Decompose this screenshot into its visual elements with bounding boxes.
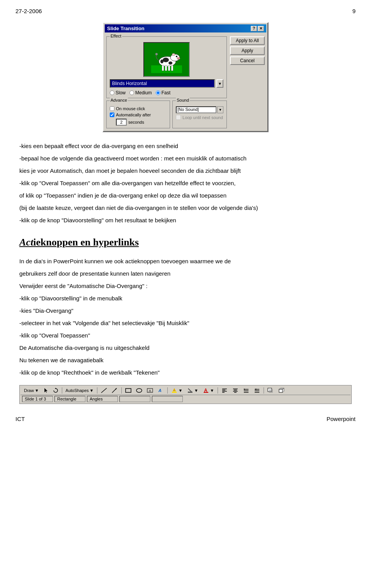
bottom-groups: Advance On mouse click Automatically aft… xyxy=(106,101,227,128)
toolbar-main-row: Draw ▼ AutoShapes ▼ xyxy=(20,386,351,395)
font-color-button[interactable]: A ▼ xyxy=(201,387,216,394)
empty-status-1 xyxy=(119,396,150,402)
section-line-4: -klik op "Diavoorstelling" in de menubal… xyxy=(19,294,352,303)
speed-row: Slow Medium Fast xyxy=(110,90,223,95)
bullet-7: -klik op de knop "Diavoorstelling" om he… xyxy=(19,216,352,225)
svg-point-6 xyxy=(172,53,175,56)
auto-after-label: Automatically after xyxy=(116,112,151,117)
autoshapes-label: AutoShapes xyxy=(66,388,89,393)
loop-checkbox[interactable] xyxy=(176,115,181,120)
sound-selected: [No Sound] xyxy=(177,107,199,112)
sound-dropdown[interactable]: [No Sound] xyxy=(176,106,216,113)
svg-point-5 xyxy=(160,60,163,63)
align-left-button[interactable] xyxy=(220,387,230,394)
align-center-icon xyxy=(232,388,238,393)
speed-fast-option[interactable]: Fast xyxy=(156,90,170,95)
outdent-button[interactable] xyxy=(252,387,262,394)
outdent-icon xyxy=(254,388,260,393)
svg-point-22 xyxy=(136,389,142,392)
effect-dropdown[interactable]: Blinds Horizontal xyxy=(110,79,215,88)
sound-dropdown-arrow[interactable]: ▼ xyxy=(217,106,223,113)
section-line-6: -selecteer in het vak "Volgende dia" het… xyxy=(19,319,352,328)
heading-act: Act xyxy=(19,237,33,248)
arrow-tool-button[interactable] xyxy=(110,387,120,394)
speed-fast-label: Fast xyxy=(162,90,170,95)
svg-text:A: A xyxy=(149,389,151,393)
mouse-click-label: On mouse click xyxy=(116,106,145,111)
mouse-click-row: On mouse click xyxy=(110,106,167,111)
sound-dropdown-row: [No Sound] ▼ xyxy=(176,106,223,113)
fill-color-icon xyxy=(171,388,177,393)
draw-button[interactable]: Draw ▼ xyxy=(22,387,41,394)
mouse-click-checkbox[interactable] xyxy=(110,106,114,111)
rectangle-tool-button[interactable] xyxy=(123,387,133,394)
close-button[interactable]: ✕ xyxy=(258,26,264,31)
svg-rect-11 xyxy=(162,65,164,71)
svg-rect-48 xyxy=(269,389,273,393)
wordart-icon: A xyxy=(158,388,164,393)
section-line-7: -klik op "Overal Toepassen" xyxy=(19,331,352,340)
autoshapes-arrow-icon: ▼ xyxy=(90,388,94,393)
rectangle-status: Rectangle xyxy=(54,396,85,402)
cancel-button[interactable]: Cancel xyxy=(230,56,265,65)
shadow-icon xyxy=(267,388,274,393)
draw-arrow-icon: ▼ xyxy=(35,388,39,393)
wordart-tool-button[interactable]: A xyxy=(156,387,166,394)
indent-button[interactable] xyxy=(241,387,251,394)
effect-selected-value: Blinds Horizontal xyxy=(112,81,147,86)
toolbar-screenshot: Draw ▼ AutoShapes ▼ xyxy=(19,385,352,404)
line-color-button[interactable]: ▼ xyxy=(185,387,200,394)
section-line-5: -kies "Dia-Overgang" xyxy=(19,306,352,315)
toolbar-separator-1 xyxy=(62,387,62,394)
svg-rect-13 xyxy=(168,65,170,71)
toolbar-bottom-row: Slide 1 of 3 Rectangle Angles xyxy=(20,395,351,403)
rectangle-label: Rectangle xyxy=(57,397,77,401)
autoshapes-button[interactable]: AutoShapes ▼ xyxy=(64,387,96,394)
svg-marker-42 xyxy=(244,389,245,390)
cursor-tool-button[interactable] xyxy=(42,387,50,394)
svg-line-18 xyxy=(101,388,107,393)
speed-medium-radio[interactable] xyxy=(129,90,134,95)
section-line-10: -klik op de knop "Rechthoek" in de werkb… xyxy=(19,368,352,377)
content-area: -kies een bepaalt effect voor de dia-ove… xyxy=(15,141,356,377)
loop-check-row: Loop until next sound xyxy=(176,115,223,120)
bullet-6: (bij de laatste keuze, vergeet dan niet … xyxy=(19,203,352,213)
line-tool-button[interactable] xyxy=(99,387,109,394)
effect-group: Effect xyxy=(106,36,227,98)
svg-point-7 xyxy=(176,56,177,57)
speed-medium-option[interactable]: Medium xyxy=(129,90,152,95)
footer-left: ICT xyxy=(15,416,25,422)
rotate-tool-button[interactable] xyxy=(51,387,60,394)
angles-label: Angles xyxy=(90,397,103,401)
dialog-title: Slide Transition xyxy=(107,26,145,31)
svg-marker-46 xyxy=(255,389,256,390)
seconds-input[interactable] xyxy=(116,119,127,126)
help-button[interactable]: ? xyxy=(251,26,257,31)
fill-color-button[interactable]: ▼ xyxy=(169,387,184,394)
speed-slow-option[interactable]: Slow xyxy=(110,90,126,95)
apply-all-button[interactable]: Apply to All xyxy=(230,36,265,45)
angles-status: Angles xyxy=(87,396,118,402)
section-line-3: Verwijder eerst de "Automatische Dia-Ove… xyxy=(19,281,352,291)
cursor-icon xyxy=(44,388,48,393)
shadow-button[interactable] xyxy=(265,387,276,394)
svg-text:A: A xyxy=(158,388,162,393)
toolbar-separator-3 xyxy=(121,387,122,394)
section-line-1: In de dia's in PowerPoint kunnen we ook … xyxy=(19,257,352,266)
ellipse-tool-button[interactable] xyxy=(134,387,144,394)
slide-transition-dialog: Slide Transition ? ✕ Effect xyxy=(102,22,269,132)
svg-rect-12 xyxy=(165,65,167,71)
speed-fast-radio[interactable] xyxy=(156,90,160,95)
speed-slow-radio[interactable] xyxy=(110,90,114,95)
titlebar-buttons: ? ✕ xyxy=(251,26,264,31)
slide-status: Slide 1 of 3 xyxy=(22,396,53,402)
svg-rect-26 xyxy=(172,392,177,393)
auto-after-checkbox[interactable] xyxy=(110,112,114,117)
effect-dropdown-arrow[interactable]: ▼ xyxy=(216,79,223,88)
3d-button[interactable] xyxy=(276,387,286,394)
bullet-1: -kies een bepaalt effect voor de dia-ove… xyxy=(19,141,352,151)
textbox-icon: A xyxy=(147,388,153,393)
align-center-button[interactable] xyxy=(230,387,240,394)
textbox-tool-button[interactable]: A xyxy=(145,387,155,394)
apply-button[interactable]: Apply xyxy=(230,46,265,55)
